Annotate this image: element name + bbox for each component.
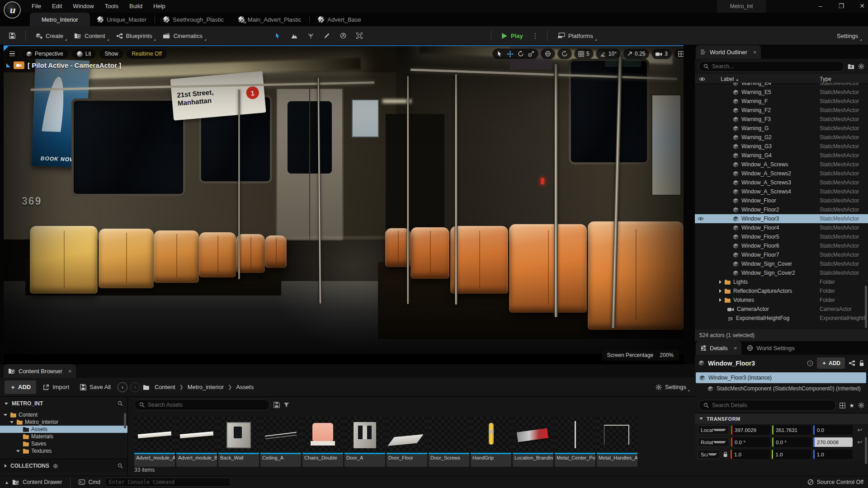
outliner-row[interactable]: ReflectionCaptureActors Folder (695, 286, 868, 296)
outliner-row[interactable]: ExponentialHeightFog ExponentialHeightFo… (695, 314, 868, 323)
scale-z-field[interactable]: 1.0 (813, 450, 853, 459)
outliner-row[interactable]: Window_Floor7 StaticMeshActor (695, 250, 868, 259)
restore-button[interactable]: ❐ (832, 0, 851, 13)
add-folder-icon[interactable] (848, 64, 854, 70)
create-button[interactable]: Create (31, 30, 68, 42)
close-icon[interactable]: × (68, 368, 72, 375)
transform-header[interactable]: TRANSFORM (707, 416, 741, 422)
select-tool-icon[interactable] (496, 51, 503, 57)
forward-arrow-icon[interactable]: › (130, 382, 140, 392)
scale-y-field[interactable]: 1.0 (772, 450, 811, 459)
outliner-row[interactable]: Window_Floor4 StaticMeshActor (695, 223, 868, 232)
scale-snap-control[interactable]: 0.25 (623, 48, 649, 59)
rotation-y-field[interactable]: 0.0 ° (772, 437, 811, 447)
minimize-button[interactable]: – (811, 0, 830, 13)
chevron-down-icon[interactable] (4, 414, 7, 416)
back-arrow-icon[interactable]: ‹ (118, 382, 127, 392)
cmd-selector[interactable]: Cmd (79, 479, 100, 485)
console-command-input[interactable] (105, 478, 231, 487)
asset-tab-main_advert_plastic[interactable]: fxMain_Advert_Plastic (231, 13, 309, 26)
asset-tile[interactable]: Advert_module_B (176, 417, 217, 467)
asset-search[interactable] (134, 399, 270, 410)
asset-tab-metro_interior[interactable]: Metro_Interior (30, 13, 90, 26)
platforms-button[interactable]: Platforms (553, 30, 598, 42)
outliner-row[interactable]: Window_A_Screws4 StaticMeshActor (695, 187, 868, 196)
surface-snap-toggle[interactable] (557, 48, 572, 59)
column-label[interactable]: Label ▲ (721, 76, 739, 82)
source-control-status[interactable]: Source Control Off (807, 479, 863, 485)
menu-build[interactable]: Build (124, 0, 148, 13)
outliner-row[interactable]: Window_A_Screws2 StaticMeshActor (695, 169, 868, 178)
save-button[interactable] (5, 30, 20, 42)
scale-tool-icon[interactable] (528, 51, 534, 57)
blueprints-button[interactable]: Blueprints (112, 30, 157, 42)
blueprint-node-icon[interactable] (849, 360, 855, 366)
rotate-tool-icon[interactable] (518, 51, 524, 57)
menu-help[interactable]: Help (148, 0, 171, 13)
add-asset-button[interactable]: ＋ ADD (5, 380, 36, 394)
foliage-mode-button[interactable] (304, 30, 318, 42)
pilot-arrow-icon[interactable] (6, 63, 10, 67)
outliner-row[interactable]: Warning_G StaticMeshActor (695, 124, 868, 133)
asset-tile[interactable]: Back_Wall (218, 417, 259, 467)
save-search-icon[interactable] (274, 402, 280, 408)
tree-item-assets[interactable]: Assets (0, 426, 127, 433)
tree-scrollbar[interactable] (124, 413, 126, 428)
outliner-row[interactable]: Warning_E5 StaticMeshActor (695, 88, 868, 97)
play-options-kebab-icon[interactable]: ⋮ (529, 32, 542, 40)
outliner-row[interactable]: Warning_G4 StaticMeshActor (695, 151, 868, 160)
outliner-search[interactable] (698, 61, 844, 72)
perspective-selector[interactable]: Perspective (21, 48, 69, 59)
location-y-field[interactable]: 351.7631 (772, 425, 811, 435)
realtime-toggle[interactable]: Realtime Off (126, 48, 167, 59)
asset-search-input[interactable] (148, 402, 265, 408)
menu-edit[interactable]: Edit (47, 0, 67, 13)
content-browser-settings-button[interactable]: Settings (651, 381, 690, 393)
outliner-row[interactable]: Warning_G3 StaticMeshActor (695, 142, 868, 151)
tree-item-textures[interactable]: Textures (0, 447, 127, 455)
lit-mode-selector[interactable]: Lit (71, 48, 97, 59)
visibility-eye-icon[interactable] (695, 216, 707, 221)
expand-chevron-icon[interactable] (719, 298, 722, 302)
lock-icon[interactable] (723, 451, 728, 457)
viewport-scene[interactable]: BOOK NOW!21st Street, Manhattan 1369 (4, 46, 684, 364)
outliner-row[interactable]: Volumes Folder (695, 296, 868, 305)
play-button[interactable]: Play (497, 30, 528, 42)
world-coordinate-toggle[interactable] (541, 48, 555, 59)
asset-tile[interactable]: Door_A (344, 417, 385, 467)
tab-details[interactable]: Details × (696, 341, 741, 355)
details-search[interactable] (698, 400, 836, 411)
content-drawer-button[interactable]: ▲ Content Drawer (5, 479, 62, 485)
outliner-row[interactable]: Window_Floor StaticMeshActor (695, 196, 868, 205)
rotation-label[interactable]: Rotation (698, 437, 729, 447)
unreal-logo-icon[interactable]: u (4, 1, 21, 19)
outliner-row[interactable]: Warning_E4 StaticMeshActor (695, 83, 868, 88)
tree-item-materials[interactable]: Materials (0, 433, 127, 440)
asset-tile[interactable]: Door_Floor (387, 417, 427, 467)
add-collection-icon[interactable]: ⊕ (53, 462, 58, 469)
location-z-field[interactable]: 0.0 (813, 425, 853, 435)
outliner-row[interactable]: Warning_F StaticMeshActor (695, 97, 868, 106)
tab-content-browser[interactable]: Content Browser × (4, 364, 76, 378)
display-filter-icon[interactable] (840, 403, 845, 408)
scale-x-field[interactable]: 1.0 (731, 450, 770, 459)
show-flags-selector[interactable]: Show (99, 48, 123, 59)
viewport[interactable]: BOOK NOW!21st Street, Manhattan 1369 Per… (4, 45, 684, 364)
breadcrumb-item[interactable]: Content (155, 384, 175, 390)
filter-icon[interactable] (283, 402, 289, 408)
outliner-row[interactable]: Warning_F2 StaticMeshActor (695, 106, 868, 115)
instance-row[interactable]: Window_Floor3 (Instance) (696, 372, 866, 383)
asset-tile[interactable]: HandGrip (471, 417, 511, 467)
search-icon[interactable] (118, 463, 123, 469)
asset-tab-unique_master[interactable]: Unique_Master (90, 13, 154, 26)
import-button[interactable]: Import (39, 381, 73, 393)
favorites-star-icon[interactable]: ★ (849, 402, 854, 409)
tree-item-content[interactable]: Content (0, 411, 127, 418)
scale-label[interactable]: Scale (698, 450, 720, 459)
menu-file[interactable]: File (26, 0, 47, 13)
outliner-row[interactable]: CameraActor CameraActor (695, 305, 868, 314)
asset-tile[interactable]: Metal_Center_Pole (555, 417, 595, 467)
outliner-settings-gear-icon[interactable] (858, 63, 864, 70)
outliner-row[interactable]: Lights Folder (695, 277, 868, 286)
location-x-field[interactable]: 397.0029 (731, 425, 770, 435)
